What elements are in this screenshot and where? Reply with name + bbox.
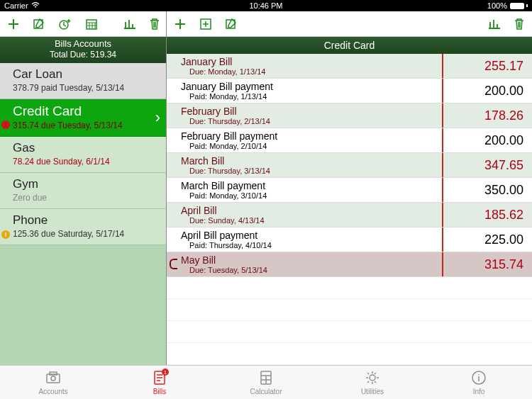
account-sub: 378.79 paid Tuesday, 5/13/14 bbox=[13, 83, 159, 93]
tx-sub: Due: Sunday, 4/13/14 bbox=[181, 216, 484, 225]
chart-icon[interactable] bbox=[488, 18, 501, 30]
accounts-list: Car Loan378.79 paid Tuesday, 5/13/14!Cre… bbox=[0, 63, 166, 365]
divider-bar bbox=[442, 79, 443, 103]
battery-icon bbox=[510, 3, 528, 9]
alert-badge: ! bbox=[1, 120, 10, 129]
alert-badge: ! bbox=[1, 230, 10, 239]
account-row[interactable]: !Phone125.36 due Saturday, 5/17/14 bbox=[0, 209, 166, 245]
right-toolbar bbox=[167, 11, 532, 37]
tab-label: Utilities bbox=[361, 388, 384, 395]
add-icon[interactable] bbox=[174, 18, 187, 30]
tx-amount: 347.65 bbox=[484, 158, 523, 173]
tab-bills[interactable]: Bills1 bbox=[106, 366, 213, 399]
tab-calculator[interactable]: Calculator bbox=[213, 366, 319, 399]
account-sub: Zero due bbox=[13, 193, 159, 203]
add-icon[interactable] bbox=[7, 18, 20, 30]
divider-bar bbox=[442, 178, 443, 202]
compose-icon[interactable] bbox=[225, 18, 238, 30]
account-name: Gym bbox=[13, 177, 159, 191]
accounts-icon bbox=[45, 370, 62, 387]
tab-utilities[interactable]: Utilities bbox=[319, 366, 426, 399]
tab-accounts[interactable]: Accounts bbox=[0, 366, 106, 399]
transaction-row[interactable]: February BillDue: Thursday, 2/13/14178.2… bbox=[167, 103, 532, 128]
account-name: Phone bbox=[13, 213, 159, 227]
tab-label: Calculator bbox=[250, 388, 282, 395]
transaction-row[interactable]: March BillDue: Thursday, 3/13/14347.65 bbox=[167, 153, 532, 178]
accounts-header: Bills Accounts Total Due: 519.34 bbox=[0, 37, 166, 63]
account-row[interactable]: !Credit Card315.74 due Tuesday, 5/13/14› bbox=[0, 99, 166, 137]
divider-bar bbox=[442, 54, 443, 78]
account-sub: 78.24 due Sunday, 6/1/14 bbox=[13, 157, 159, 167]
divider-bar bbox=[442, 227, 443, 252]
empty-row bbox=[167, 343, 532, 365]
tx-amount: 315.74 bbox=[484, 257, 523, 272]
chart-icon[interactable] bbox=[123, 18, 136, 30]
trash-icon[interactable] bbox=[149, 18, 160, 30]
tx-title: February Bill payment bbox=[181, 130, 484, 142]
tab-label: Bills bbox=[153, 388, 166, 395]
trash-icon[interactable] bbox=[514, 18, 525, 30]
info-icon bbox=[470, 370, 487, 387]
clock-add-icon[interactable] bbox=[58, 18, 72, 30]
transaction-row[interactable]: April Bill paymentPaid: Thursday, 4/10/1… bbox=[167, 227, 532, 252]
tx-amount: 350.00 bbox=[484, 183, 523, 198]
tx-amount: 200.00 bbox=[484, 133, 523, 148]
account-sub: 315.74 due Tuesday, 5/13/14 bbox=[13, 120, 159, 130]
divider-bar bbox=[442, 203, 443, 227]
tab-label: Info bbox=[473, 388, 485, 395]
tx-title: April Bill payment bbox=[181, 230, 484, 241]
tx-amount: 200.00 bbox=[484, 84, 523, 99]
divider-bar bbox=[442, 252, 443, 276]
clock-label: 10:46 PM bbox=[249, 1, 282, 10]
transaction-row[interactable]: January Bill paymentPaid: Monday, 1/13/1… bbox=[167, 79, 532, 103]
transaction-list: January BillDue: Monday, 1/13/14255.17Ja… bbox=[167, 54, 532, 365]
transaction-row[interactable]: February Bill paymentPaid: Monday, 2/10/… bbox=[167, 128, 532, 153]
tx-title: February Bill bbox=[181, 106, 484, 117]
tx-title: March Bill payment bbox=[181, 180, 484, 191]
tx-title: May Bill bbox=[181, 254, 484, 266]
tx-sub: Paid: Monday, 3/10/14 bbox=[181, 191, 484, 200]
tx-sub: Due: Tuesday, 5/13/14 bbox=[181, 266, 484, 274]
badge-icon: 1 bbox=[162, 369, 169, 376]
tx-amount: 178.26 bbox=[484, 108, 523, 123]
tx-title: April Bill bbox=[181, 205, 484, 216]
tx-amount: 185.62 bbox=[484, 208, 523, 223]
total-due-label: Total Due: 519.34 bbox=[0, 50, 166, 60]
svg-point-7 bbox=[51, 376, 55, 381]
transaction-row[interactable]: April BillDue: Sunday, 4/13/14185.62 bbox=[167, 203, 532, 227]
add-box-icon[interactable] bbox=[199, 18, 212, 30]
calendar-icon[interactable] bbox=[85, 18, 98, 30]
tx-sub: Due: Monday, 1/13/14 bbox=[181, 67, 484, 76]
account-row[interactable]: Gas78.24 due Sunday, 6/1/14 bbox=[0, 137, 166, 173]
account-name: Gas bbox=[13, 141, 159, 155]
svg-rect-5 bbox=[47, 374, 60, 383]
account-name: Car Loan bbox=[13, 67, 159, 82]
empty-row bbox=[167, 299, 532, 321]
utilities-icon bbox=[364, 370, 381, 387]
status-bar: Carrier 10:46 PM 100% bbox=[0, 0, 532, 11]
tx-amount: 255.17 bbox=[484, 59, 523, 74]
transaction-row[interactable]: March Bill paymentPaid: Monday, 3/10/143… bbox=[167, 178, 532, 203]
divider-bar bbox=[442, 128, 443, 152]
transaction-row[interactable]: May BillDue: Tuesday, 5/13/14315.74 bbox=[167, 252, 532, 277]
accounts-title: Bills Accounts bbox=[0, 38, 166, 50]
svg-point-10 bbox=[370, 375, 375, 381]
calculator-icon bbox=[257, 370, 275, 387]
tx-title: January Bill payment bbox=[181, 81, 484, 92]
tab-info[interactable]: Info bbox=[426, 366, 532, 399]
account-name: Credit Card bbox=[13, 103, 159, 119]
accounts-pane: Bills Accounts Total Due: 519.34 Car Loa… bbox=[0, 11, 167, 365]
tab-bar: AccountsBills1CalculatorUtilitiesInfo bbox=[0, 365, 532, 399]
divider-bar bbox=[442, 103, 443, 128]
compose-icon[interactable] bbox=[33, 18, 45, 30]
account-row[interactable]: Car Loan378.79 paid Tuesday, 5/13/14 bbox=[0, 63, 166, 99]
carrier-label: Carrier bbox=[4, 1, 28, 10]
left-toolbar bbox=[0, 11, 166, 37]
transaction-row[interactable]: January BillDue: Monday, 1/13/14255.17 bbox=[167, 54, 532, 79]
account-row[interactable]: GymZero due bbox=[0, 173, 166, 209]
svg-rect-6 bbox=[50, 372, 57, 375]
tx-sub: Paid: Thursday, 4/10/14 bbox=[181, 241, 484, 249]
battery-pct: 100% bbox=[487, 1, 507, 10]
tx-sub: Due: Thursday, 2/13/14 bbox=[181, 117, 484, 125]
empty-row bbox=[167, 321, 532, 343]
